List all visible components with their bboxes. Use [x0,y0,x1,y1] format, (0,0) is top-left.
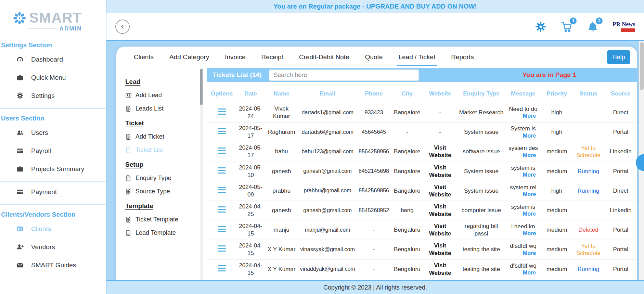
visit-website-link[interactable]: Visit Website [429,164,451,178]
ticket-row: 2024-05-09prabhuprabhu@gmail.com85425698… [207,181,637,201]
sidebar-item-dashboard[interactable]: Dashboard [0,50,106,68]
email-cell: dartads6@gmail.com [299,123,357,142]
priority-cell: medium [541,142,572,162]
visit-website-link[interactable]: Visit Website [429,262,451,276]
status-text: Yet to Schedule [574,242,603,257]
message-more-link[interactable]: More [506,152,540,159]
ticket-row: 2024-05-17bahubahu123@gmail.com856425895… [207,142,637,162]
message-text: dfsdfdf wq [506,242,540,250]
sidebar-section-title: Clients/Vendors Section [0,206,106,220]
date-cell: 2024-05-24 [237,103,264,123]
message-more-link[interactable]: More [506,113,540,120]
name-cell: X Y Kumar [265,259,299,279]
sidebar-item-payroll[interactable]: Payroll [0,142,106,160]
source-cell: Portal [604,259,637,279]
sidebar-item-clients[interactable]: Clients [0,220,106,238]
phone-cell: - [356,259,391,279]
phone-cell: 8564258956 [356,142,391,162]
menu-item-label: Add Ticket [136,133,164,140]
message-more-link[interactable]: More [506,171,540,179]
inner-menu-scrollbar-thumb[interactable] [200,69,203,105]
briefcase-icon [16,165,24,173]
row-options-menu-icon[interactable] [218,127,226,136]
menu-item-enquiry-type[interactable]: Enquiry Type [125,171,200,185]
source-cell: Portal [604,162,637,181]
city-cell: Bengaluru [391,240,423,259]
row-options-menu-icon[interactable] [218,264,226,273]
message-text: System is [506,125,540,132]
menu-item-leads-list[interactable]: Leads List [125,102,200,115]
page-scrollbar-thumb[interactable] [640,42,644,90]
date-cell: 2024-05-17 [237,142,264,162]
menu-group-template: TemplateTicket TemplateLead Template [125,202,200,240]
tab-invoice[interactable]: Invoice [217,47,253,68]
menu-item-ticket-list[interactable]: Ticket List [125,143,200,157]
menu-item-add-ticket[interactable]: Add Ticket [125,130,200,143]
menu-item-add-lead[interactable]: Add Lead [125,89,200,102]
menu-item-lead-template[interactable]: Lead Template [125,226,200,240]
enquiry-type-cell: software issue [457,142,505,162]
row-options-menu-icon[interactable] [218,205,226,214]
row-options-menu-icon[interactable] [218,166,226,175]
doc-icon [125,175,132,181]
main-card: ClientsAdd CategoryInvoiceReceiptCredit-… [116,47,637,280]
back-button[interactable] [115,20,130,34]
sidebar-item-smart-guides[interactable]: SMART Guides [0,256,106,274]
sidebar-item-projects-summary[interactable]: Projects Summary [0,160,106,178]
message-text: dfsdfdf wq [506,262,540,269]
message-more-link[interactable]: More [506,132,540,140]
clients-icon [16,225,24,233]
sidebar-section-title: Users Section [0,110,106,124]
sidebar-item-payment[interactable]: Payment [0,183,106,201]
visit-website-link[interactable]: Visit Website [429,184,451,198]
tab-lead-ticket[interactable]: Lead / Ticket [390,47,443,68]
date-cell: 2024-05-09 [237,181,264,201]
row-options-menu-icon[interactable] [218,146,226,155]
menu-item-source-type[interactable]: Source Type [125,185,200,198]
inner-menu-scrollbar[interactable] [200,68,203,280]
visit-website-link[interactable]: Visit Website [429,242,451,256]
help-button[interactable]: Help [607,50,630,64]
website-cell: - [423,123,457,142]
col-header-name: Name [265,82,299,103]
row-options-menu-icon[interactable] [218,185,226,194]
cart-icon[interactable]: 1 [561,21,573,33]
tickets-table: OptionsDateNameEmailPhoneCityWebsiteEnqu… [207,82,637,279]
sidebar-item-users[interactable]: Users [0,124,106,142]
vcard-icon [125,92,132,99]
message-more-link[interactable]: More [506,230,540,237]
priority-cell: high [541,103,572,123]
message-more-link[interactable]: More [506,191,540,198]
tab-clients[interactable]: Clients [126,47,162,68]
message-more-link[interactable]: More [506,250,540,257]
tab-credit-debit-note[interactable]: Credit-Debit Note [291,47,357,68]
visit-website-link[interactable]: Visit Website [429,203,451,217]
notifications-bell-icon[interactable]: 2 [587,21,599,33]
col-header-email: Email [299,82,357,103]
options-cell [207,259,237,279]
search-input[interactable] [269,69,419,81]
options-cell [207,220,237,240]
message-more-link[interactable]: More [506,210,540,218]
visit-website-link[interactable]: Visit Website [429,144,451,158]
menu-item-ticket-template[interactable]: Ticket Template [125,213,200,226]
settings-gear-icon[interactable] [534,21,547,33]
sidebar-item-quick-menu[interactable]: Quick Menu [0,68,106,87]
status-cell: Running [572,162,604,181]
row-options-menu-icon[interactable] [218,107,226,116]
sidebar-item-settings[interactable]: Settings [0,87,106,105]
tab-quote[interactable]: Quote [357,47,391,68]
tab-receipt[interactable]: Receipt [253,47,291,68]
sidebar-item-vendors[interactable]: Vendors [0,238,106,256]
website-cell: Visit Website [423,240,457,259]
city-cell: Bengaluru [391,220,423,240]
row-options-menu-icon[interactable] [218,225,226,234]
tab-add-category[interactable]: Add Category [162,47,217,68]
col-header-website: Website [423,82,457,103]
sidebar-item-label: Settings [31,92,55,100]
row-options-menu-icon[interactable] [218,244,226,253]
tab-reports[interactable]: Reports [443,47,482,68]
tabs: ClientsAdd CategoryInvoiceReceiptCredit-… [126,47,482,68]
visit-website-link[interactable]: Visit Website [429,223,451,237]
message-more-link[interactable]: More [506,269,540,277]
